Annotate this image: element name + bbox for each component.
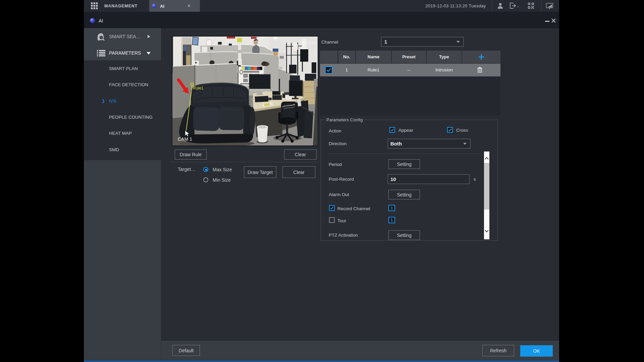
svg-text:CAM 1: CAM 1 — [178, 136, 192, 142]
svg-text:2019-12-03 11:13:12: 2019-12-03 11:13:12 — [284, 41, 316, 45]
svg-text:Rule1: Rule1 — [193, 86, 204, 90]
